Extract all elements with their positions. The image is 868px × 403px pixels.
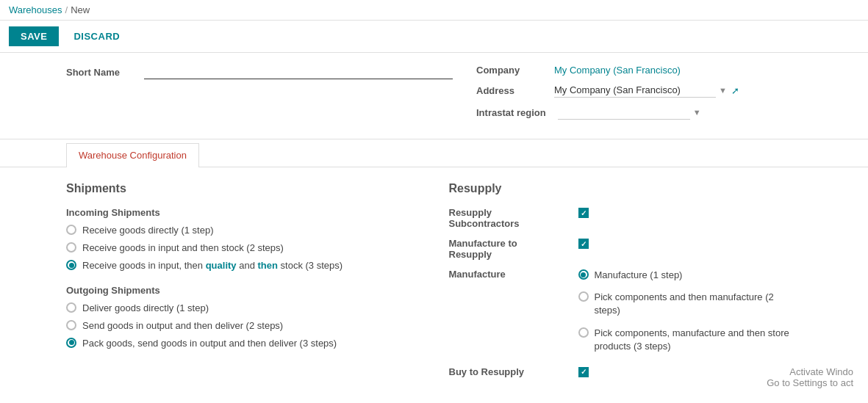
address-select-wrap: My Company (San Francisco) ▼ ➚ bbox=[554, 83, 802, 98]
outgoing-shipments-label: Outgoing Shipments bbox=[66, 285, 420, 296]
mfg-option-2step: Pick components and then manufacture (2 … bbox=[578, 291, 803, 317]
breadcrumb-parent[interactable]: Warehouses bbox=[9, 4, 62, 15]
breadcrumb-current: New bbox=[71, 4, 90, 15]
mfg-radio-2step[interactable] bbox=[578, 291, 589, 302]
buy-to-resupply-checkbox[interactable] bbox=[578, 367, 589, 377]
buy-to-resupply-label: Buy to Resupply bbox=[449, 366, 567, 377]
save-button[interactable]: SAVE bbox=[9, 26, 59, 46]
tabs-bar: Warehouse Configuration bbox=[0, 142, 868, 167]
incoming-option-3step: Receive goods in input, then quality and… bbox=[66, 259, 420, 272]
manufacture-label: Manufacture bbox=[449, 269, 567, 280]
incoming-radio-1step[interactable] bbox=[66, 225, 76, 235]
short-name-input[interactable] bbox=[144, 65, 453, 79]
mfg-option-1step: Manufacture (1 step) bbox=[578, 269, 803, 282]
address-label: Address bbox=[476, 85, 542, 96]
tab-content: Shipments Incoming Shipments Receive goo… bbox=[0, 167, 868, 401]
outgoing-radio-1step[interactable] bbox=[66, 302, 76, 313]
shipments-title: Shipments bbox=[66, 182, 420, 195]
manufacture-row: Manufacture Manufacture (1 step) Pick co… bbox=[449, 269, 803, 357]
outgoing-option-1step: Deliver goods directly (1 step) bbox=[66, 302, 420, 315]
outgoing-label-1step: Deliver goods directly (1 step) bbox=[82, 302, 209, 315]
manufacture-options: Manufacture (1 step) Pick components and… bbox=[578, 269, 803, 357]
outgoing-radio-2step[interactable] bbox=[66, 320, 76, 330]
company-value: My Company (San Francisco) bbox=[554, 65, 681, 76]
outgoing-shipments-group: Outgoing Shipments Deliver goods directl… bbox=[66, 285, 420, 351]
resupply-section: Resupply ResupplySubcontractors Manufact… bbox=[449, 182, 803, 386]
buy-to-resupply-row: Buy to Resupply bbox=[449, 366, 803, 377]
form-area: Short Name Company My Company (San Franc… bbox=[0, 53, 868, 139]
discard-button[interactable]: DISCARD bbox=[65, 26, 129, 46]
mfg-label-3step: Pick components, manufacture and then st… bbox=[595, 327, 789, 353]
mfg-radio-1step[interactable] bbox=[578, 269, 589, 280]
resupply-title: Resupply bbox=[449, 182, 803, 195]
mfg-option-3step: Pick components, manufacture and then st… bbox=[578, 327, 803, 353]
outgoing-label-2step: Send goods in output and then deliver (2… bbox=[82, 319, 283, 333]
outgoing-option-2step: Send goods in output and then deliver (2… bbox=[66, 319, 420, 333]
incoming-option-1step: Receive goods directly (1 step) bbox=[66, 224, 420, 237]
mfg-radio-3step[interactable] bbox=[578, 327, 589, 338]
intrastat-label: Intrastat region bbox=[476, 107, 546, 118]
outgoing-radio-3step[interactable] bbox=[66, 338, 76, 348]
short-name-label: Short Name bbox=[66, 67, 132, 78]
mfg-label-1step: Manufacture (1 step) bbox=[595, 269, 683, 282]
address-dropdown-icon: ▼ bbox=[719, 86, 727, 95]
incoming-shipments-label: Incoming Shipments bbox=[66, 207, 420, 218]
incoming-shipments-group: Incoming Shipments Receive goods directl… bbox=[66, 207, 420, 273]
outgoing-option-3step: Pack goods, send goods in output and the… bbox=[66, 337, 420, 350]
incoming-radio-3step[interactable] bbox=[66, 260, 76, 270]
outgoing-label-3step: Pack goods, send goods in output and the… bbox=[82, 337, 337, 350]
address-select[interactable]: My Company (San Francisco) bbox=[554, 83, 716, 98]
breadcrumb: Warehouses / New bbox=[0, 0, 868, 21]
address-external-link-icon[interactable]: ➚ bbox=[731, 85, 739, 96]
intrastat-select[interactable] bbox=[558, 105, 690, 120]
incoming-option-2step: Receive goods in input and then stock (2… bbox=[66, 242, 420, 255]
resupply-subcontractors-label: ResupplySubcontractors bbox=[449, 207, 567, 229]
manufacture-to-resupply-label: Manufacture toResupply bbox=[449, 238, 567, 260]
manufacture-to-resupply-row: Manufacture toResupply bbox=[449, 238, 803, 260]
breadcrumb-separator: / bbox=[65, 4, 68, 15]
intrastat-select-wrap: ▼ bbox=[558, 105, 802, 120]
resupply-subcontractors-checkbox[interactable] bbox=[578, 208, 589, 218]
incoming-label-1step: Receive goods directly (1 step) bbox=[82, 224, 213, 237]
incoming-radio-2step[interactable] bbox=[66, 242, 76, 253]
shipments-section: Shipments Incoming Shipments Receive goo… bbox=[66, 182, 420, 386]
incoming-label-2step: Receive goods in input and then stock (2… bbox=[82, 242, 284, 255]
mfg-label-2step: Pick components and then manufacture (2 … bbox=[595, 291, 803, 317]
toolbar: SAVE DISCARD bbox=[0, 21, 868, 53]
incoming-label-3step: Receive goods in input, then quality and… bbox=[82, 259, 342, 272]
resupply-subcontractors-row: ResupplySubcontractors bbox=[449, 207, 803, 229]
company-label: Company bbox=[476, 65, 542, 76]
intrastat-dropdown-icon: ▼ bbox=[693, 108, 701, 117]
tab-warehouse-config[interactable]: Warehouse Configuration bbox=[66, 143, 199, 167]
manufacture-to-resupply-checkbox[interactable] bbox=[578, 239, 589, 249]
